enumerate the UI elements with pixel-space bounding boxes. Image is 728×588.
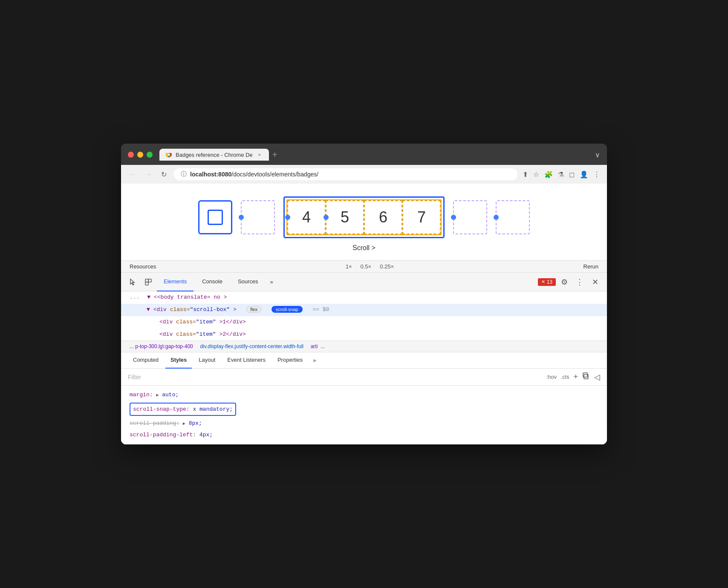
resources-label: Resources <box>130 263 156 270</box>
copy-styles-icon-button[interactable] <box>582 372 590 382</box>
badge-scroll-snap[interactable]: scroll-snap <box>272 306 303 313</box>
styles-tab-more[interactable]: » <box>309 355 319 366</box>
filter-label: Filter <box>128 374 543 380</box>
maximize-traffic-light[interactable] <box>147 152 153 158</box>
elements-row-div-scroll-box[interactable]: ▼ <div class="scroll-box" > flex scroll-… <box>121 304 607 316</box>
multiplier-1x[interactable]: 1× <box>346 263 352 270</box>
tab-overflow-chevron[interactable]: ∨ <box>595 151 600 159</box>
css-scroll-padding-left-name: scroll-padding-left: <box>130 432 196 438</box>
elements-row-item-2: <div class="item" >2</div> <box>121 329 607 341</box>
elements-ellipsis: ... <box>130 294 139 300</box>
scroll-number-4: 4 <box>302 208 311 226</box>
badge-flex[interactable]: flex <box>246 306 261 313</box>
cursor-icon <box>129 278 137 286</box>
multiplier-05x[interactable]: 0.5× <box>360 263 371 270</box>
breadcrumb-part2[interactable]: div.display-flex.justify-content-center.… <box>200 343 303 349</box>
minimize-traffic-light[interactable] <box>137 152 143 158</box>
settings-icon-button[interactable]: ⚙ <box>558 275 571 289</box>
multiplier-025x[interactable]: 0.25× <box>380 263 394 270</box>
tab-elements[interactable]: Elements <box>157 273 194 291</box>
tab-event-listeners[interactable]: Event Listeners <box>222 352 271 369</box>
svg-point-1 <box>168 154 170 156</box>
tab-properties[interactable]: Properties <box>272 352 308 369</box>
active-tab[interactable]: Badges reference - Chrome De × <box>159 149 269 161</box>
tabs-row: Badges reference - Chrome De × + ∨ <box>159 149 600 161</box>
menu-icon[interactable]: ⋮ <box>593 170 600 179</box>
tab-computed[interactable]: Computed <box>128 352 164 369</box>
tab-close-button[interactable]: × <box>256 151 263 158</box>
tab-sources[interactable]: Sources <box>231 273 265 291</box>
chrome-icon <box>165 151 172 158</box>
device-toggle-icon-button[interactable] <box>142 275 155 289</box>
error-count: 13 <box>547 279 552 285</box>
cls-button[interactable]: .cls <box>561 374 569 380</box>
css-margin-name: margin: <box>130 392 156 398</box>
security-icon: ⓘ <box>181 170 187 178</box>
new-tab-button[interactable]: + <box>269 149 281 161</box>
tab-console[interactable]: Console <box>195 273 229 291</box>
css-properties-panel: margin: ▶ auto; scroll-snap-type: x mand… <box>121 386 607 444</box>
share-icon[interactable]: ⬆ <box>523 170 528 179</box>
url-bar[interactable]: ⓘ localhost:8080/docs/devtools/elements/… <box>174 168 517 180</box>
address-bar: ← → ↻ ⓘ localhost:8080/docs/devtools/ele… <box>121 165 607 184</box>
hov-button[interactable]: :hov <box>546 374 557 380</box>
scroll-number-6: 6 <box>379 208 387 226</box>
devtools-tab-more[interactable]: » <box>267 275 277 288</box>
css-scroll-snap-type-value: x mandatory; <box>193 406 233 412</box>
extensions-icon[interactable]: 🧩 <box>544 170 553 179</box>
layers-icon <box>144 278 152 286</box>
css-scroll-padding-value: 8px; <box>189 420 202 427</box>
scroll-item-6: 6 <box>364 200 402 234</box>
filter-actions: :hov .cls + ◁ <box>546 372 600 382</box>
inspector-icon-button[interactable] <box>126 275 140 289</box>
add-style-button[interactable]: + <box>573 372 578 381</box>
flask-icon[interactable]: ⚗ <box>558 170 564 179</box>
svg-rect-3 <box>148 279 151 282</box>
copy-icon <box>582 372 590 380</box>
elements-panel: ... ▼ <<body translate= no > ▼ <div clas… <box>121 291 607 340</box>
rerun-button[interactable]: Rerun <box>584 263 598 270</box>
tab-layout[interactable]: Layout <box>194 352 220 369</box>
back-button[interactable]: ← <box>128 170 138 178</box>
error-icon: ✕ <box>541 279 545 285</box>
account-icon[interactable]: 👤 <box>580 170 588 179</box>
scroll-item-empty-2 <box>453 200 487 234</box>
styles-panel-tabs: Computed Styles Layout Event Listeners P… <box>121 352 607 369</box>
tab-styles[interactable]: Styles <box>165 352 192 369</box>
page-content: 4 5 6 7 <box>121 184 607 444</box>
css-scroll-snap-type-name: scroll-snap-type: <box>133 406 190 412</box>
close-traffic-light[interactable] <box>128 152 134 158</box>
breadcrumb-part1[interactable]: ... p-top-300.lg\:gap-top-400 <box>130 343 193 349</box>
scroll-dot-empty3 <box>494 215 499 220</box>
address-actions: ⬆ ☆ 🧩 ⚗ ◻ 👤 ⋮ <box>523 170 600 179</box>
css-prop-margin: margin: ▶ auto; <box>130 389 598 401</box>
css-scroll-padding-name: scroll-padding: <box>130 420 179 427</box>
toggle-sidebar-icon-button[interactable]: ◁ <box>594 372 600 382</box>
css-scroll-snap-type-highlighted: scroll-snap-type: x mandatory; <box>130 403 236 416</box>
close-devtools-icon-button[interactable]: ✕ <box>588 275 602 289</box>
css-prop-scroll-snap-type: scroll-snap-type: x mandatory; <box>130 401 598 418</box>
refresh-button[interactable]: ↻ <box>159 170 169 179</box>
bookmark-icon[interactable]: ☆ <box>533 170 539 179</box>
scroll-item-4: 4 <box>287 200 326 234</box>
css-margin-triangle[interactable]: ▶ <box>156 393 159 398</box>
badge-equals: == $0 <box>312 306 329 313</box>
scroll-selected-group: 4 5 6 7 <box>283 196 445 238</box>
scroll-dot-empty2 <box>451 215 456 220</box>
more-options-icon-button[interactable]: ⋮ <box>573 275 586 289</box>
forward-button[interactable]: → <box>143 170 153 178</box>
devtools-tabs-bar: Elements Console Sources » ✕ 13 ⚙ ⋮ ✕ <box>121 273 607 291</box>
browser-window: Badges reference - Chrome De × + ∨ ← → ↻… <box>121 144 607 444</box>
scroll-demo: 4 5 6 7 <box>121 192 607 260</box>
svg-rect-4 <box>145 282 148 285</box>
scroll-selected-inner: 4 5 6 7 <box>286 199 442 235</box>
split-view-icon[interactable]: ◻ <box>569 170 575 179</box>
breadcrumb-part3[interactable]: arti <box>311 343 318 349</box>
url-path: /docs/devtools/elements/badges/ <box>231 171 318 178</box>
css-margin-value: auto; <box>162 392 179 398</box>
svg-rect-2 <box>145 279 148 282</box>
resources-bar: Resources 1× 0.5× 0.25× Rerun <box>121 260 607 273</box>
css-scroll-padding-triangle[interactable]: ▶ <box>183 421 185 426</box>
error-badge: ✕ 13 <box>538 278 556 286</box>
scroll-number-5: 5 <box>341 208 349 226</box>
